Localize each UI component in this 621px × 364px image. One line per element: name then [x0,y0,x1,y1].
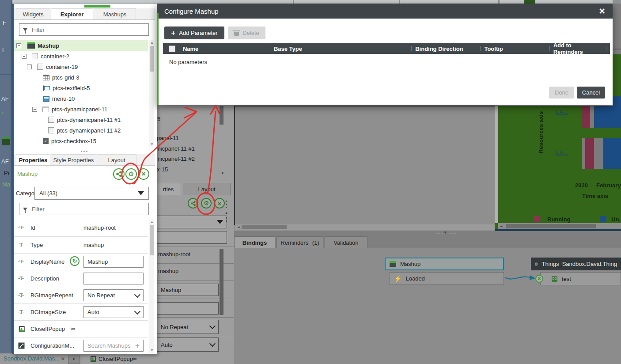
scroll-down-icon[interactable]: ▼ [149,348,155,353]
binding-loaded-event[interactable]: ⚡ Loaded [390,272,504,285]
tree-item-mashup[interactable]: Mashup [14,40,148,51]
collapse-left-icon[interactable]: ◄ [224,211,228,215]
bg-tree-scroll-down-icon[interactable]: ▼ [221,171,224,175]
bg-displayname-input[interactable]: Mashup [157,284,219,296]
gantt-hscrollbar[interactable]: ◄ [498,223,621,229]
bg-configure-button[interactable]: ⚙ [201,198,212,209]
scroll-up-icon[interactable]: ▲ [149,40,155,46]
gantt-row-link[interactable]: LA... [556,109,568,115]
bg-remove-button[interactable]: × [214,198,225,209]
tree-item-container-2[interactable]: container-2 [14,51,148,61]
scroll-left-icon[interactable]: ◄ [500,224,503,228]
bind-button[interactable] [113,168,125,180]
tree-item-dynamicpanel-1[interactable]: ptcs-dynamicpanel-11 #1 [14,114,148,125]
explorer-filter-input[interactable] [31,26,145,34]
panel-drag-accent[interactable] [84,5,110,8]
tree-item-checkbox[interactable]: ✓ ptcs-checkbox-15 [14,136,148,146]
displayname-input[interactable] [83,256,144,268]
bg-bgrepeat-select[interactable]: No Repeat [157,320,219,334]
config-pencil-icon [18,342,25,349]
collapse-icon[interactable] [16,43,21,48]
bg-tab-properties[interactable]: rties [155,183,181,195]
collapse-icon[interactable] [32,107,37,112]
scroll-left-icon[interactable]: ◄ [237,225,240,229]
reset-button[interactable]: ↻ [70,256,80,266]
properties-filter[interactable] [19,203,149,215]
tab-bindings[interactable]: Bindings [234,236,275,248]
gantt-hscroll-thumb[interactable] [506,224,596,228]
bg-props-scrollbar-thumb[interactable] [220,249,223,315]
unbind-button[interactable]: × [535,275,543,283]
tab-properties[interactable]: Properties [16,154,50,165]
description-input[interactable] [83,273,144,284]
gantt-row-link[interactable]: LA... [556,149,568,156]
configuration-search[interactable]: Search Mashups + [83,340,144,352]
bgimagerepeat-select[interactable]: No Repeat [83,289,144,301]
bg-tab-layout[interactable]: Layout [183,183,231,195]
bg-category-select[interactable] [155,216,227,228]
bg-bind-button[interactable] [188,198,198,209]
bg-tree-item: x-15 [157,166,168,173]
panel-resize-handle[interactable] [75,150,94,153]
canvas-hscrollbar[interactable]: ◄ [235,224,495,230]
tree-item-dynamicpanel[interactable]: ptcs-dynamicpanel-11 [14,104,148,114]
scroll-up-icon[interactable]: ▲ [149,220,155,225]
tree-item-textfield[interactable]: ptcs-textfield-5 [14,83,148,93]
modal-header[interactable]: Configure Mashup × [157,4,613,19]
properties-scroll-thumb[interactable] [150,225,154,255]
add-parameter-button[interactable]: + Add Parameter [164,27,224,39]
collapse-icon[interactable] [22,54,27,59]
category-select[interactable]: All (33) [34,187,149,200]
tab-overflow-button[interactable]: ▼ [68,355,80,364]
binding-thing-box[interactable]: Things_Sandbox.David.Thing [531,258,621,270]
tree-item-grid[interactable]: ptcs-grid-3 [14,72,148,83]
tree-item-label: container-19 [46,64,78,70]
collapse-icon[interactable] [27,64,32,69]
binding-mashup-box[interactable]: Mashup [385,258,504,270]
bg-tree-scrollbar-thumb[interactable] [220,106,223,125]
tree-item-dynamicpanel-2[interactable]: ptcs-dynamicpanel-11 #2 [14,125,148,136]
tab-explorer[interactable]: Explorer [51,8,93,19]
scroll-down-icon[interactable]: ▼ [149,142,155,147]
configure-button[interactable]: ⚙ [125,168,137,180]
property-row-type: -T- Type mashup [14,236,148,253]
textfield-icon [43,85,50,91]
mashup-canvas[interactable] [234,106,495,225]
bg-filter-input[interactable] [155,231,227,244]
tree-scrollbar[interactable]: ▲ ▼ [149,40,154,147]
tab-layout[interactable]: Layout [97,154,136,165]
explorer-filter[interactable] [19,23,149,36]
done-button[interactable]: Done [549,87,574,99]
tab-validation[interactable]: Validation [325,236,367,248]
tree-item-menu[interactable]: menu-10 [14,93,148,104]
dock-resize-handle[interactable]: ▼ [436,232,456,235]
mashup-tab-close-icon[interactable]: × [61,355,65,362]
collapse-down-icon[interactable]: ▼ [443,231,447,235]
close-icon: × [538,276,541,282]
mashup-tab[interactable]: Sandbox.David.Mas... [4,355,60,362]
tab-widgets[interactable]: Widgets [16,8,50,19]
tree-scroll-thumb[interactable] [150,46,154,72]
add-icon[interactable]: + [135,341,140,350]
modal-close-button[interactable]: × [599,7,605,15]
delete-button[interactable]: Delete [228,27,265,39]
properties-scrollbar[interactable]: ▲ ▼ [149,220,154,353]
tab-mashups[interactable]: Mashups [94,8,136,19]
tab-reminders[interactable]: Reminders (1) [276,236,323,248]
select-all-checkbox[interactable] [169,46,175,52]
configure-mashup-modal: Configure Mashup × + Add Parameter Delet… [157,4,613,105]
vertical-splitter[interactable]: ◄ [224,200,229,224]
binding-test-service[interactable]: test [540,272,621,285]
property-row-closeifpopup: CloseIfPopup ⇦ [14,320,148,337]
tree-item-label: ptcs-checkbox-15 [51,138,96,144]
tab-style-properties[interactable]: Style Properties [51,154,96,165]
bg-description-input[interactable] [157,302,219,315]
cancel-button[interactable]: Cancel [577,87,605,99]
tree-item-container-19[interactable]: container-19 [14,61,148,72]
gantt-left-scroll-strip[interactable] [495,106,498,223]
bgimagesize-select[interactable]: Auto [83,306,144,318]
properties-filter-input[interactable] [31,205,145,213]
remove-button[interactable]: × [138,168,149,180]
canvas-hscroll-thumb[interactable] [242,225,287,229]
bg-bgsize-select[interactable]: Auto [157,337,219,352]
